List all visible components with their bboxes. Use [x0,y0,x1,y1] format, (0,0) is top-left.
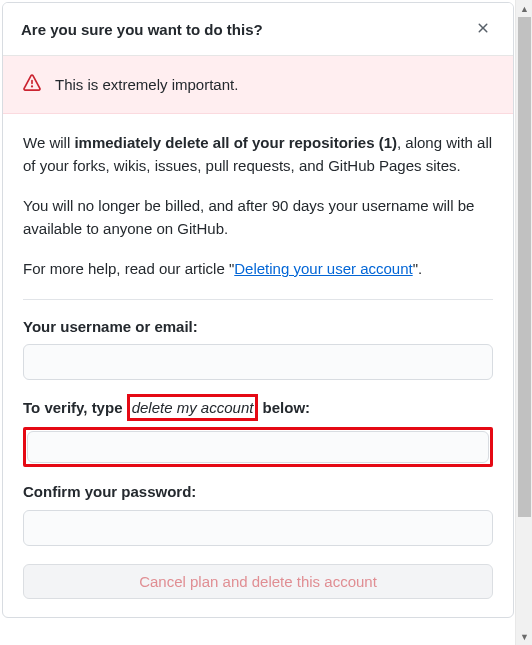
delete-warning-paragraph: We will immediately delete all of your r… [23,132,493,177]
billing-paragraph: You will no longer be billed, and after … [23,195,493,240]
warning-banner: This is extremely important. [3,56,513,114]
password-group: Confirm your password: [23,481,493,546]
verify-group: To verify, type delete my account below: [23,394,493,467]
confirm-delete-modal: Are you sure you want to do this? This i… [2,2,514,618]
password-input[interactable] [23,510,493,546]
password-label: Confirm your password: [23,481,493,504]
verify-phrase-highlight: delete my account [127,394,259,421]
help-article-link[interactable]: Deleting your user account [234,260,412,277]
text-fragment: For more help, read our article " [23,260,234,277]
divider [23,299,493,300]
text-fragment: below: [263,399,311,416]
username-label: Your username or email: [23,316,493,339]
username-group: Your username or email: [23,316,493,381]
close-button[interactable] [471,19,495,39]
verify-label: To verify, type delete my account below: [23,394,493,421]
scrollbar-thumb[interactable] [518,17,531,517]
scroll-down-arrow-icon[interactable]: ▼ [516,628,532,645]
text-fragment: We will [23,134,74,151]
close-icon [475,18,491,40]
help-paragraph: For more help, read our article "Deletin… [23,258,493,281]
verify-input-highlight [23,427,493,467]
modal-title: Are you sure you want to do this? [21,21,263,38]
warning-text: This is extremely important. [55,76,238,93]
text-bold: immediately delete all of your repositor… [74,134,397,151]
modal-body: We will immediately delete all of your r… [3,114,513,617]
verify-input[interactable] [27,431,489,463]
scroll-up-arrow-icon[interactable]: ▲ [516,0,532,17]
username-input[interactable] [23,344,493,380]
text-fragment: ". [413,260,423,277]
alert-triangle-icon [23,74,41,95]
modal-header: Are you sure you want to do this? [3,3,513,56]
confirm-delete-button[interactable]: Cancel plan and delete this account [23,564,493,599]
text-fragment: To verify, type [23,399,122,416]
vertical-scrollbar[interactable]: ▲ ▼ [515,0,532,645]
